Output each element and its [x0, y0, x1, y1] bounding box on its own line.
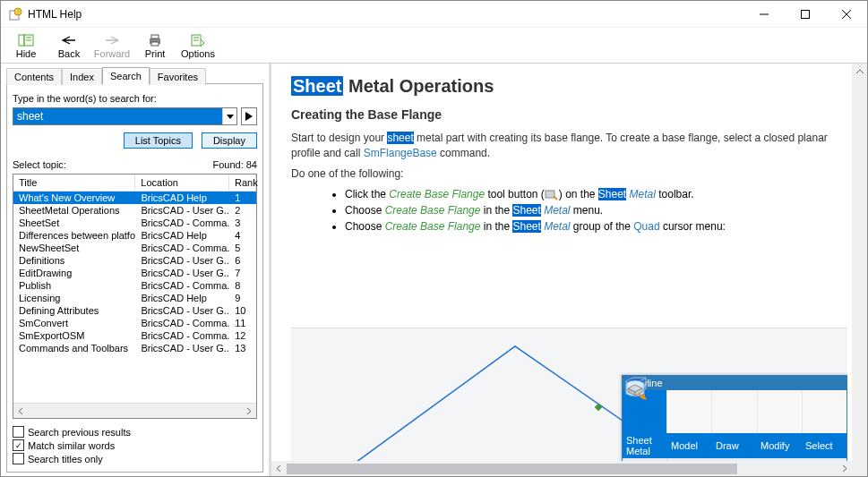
search-previous-label: Search previous results — [28, 427, 131, 438]
page-title: Sheet Metal Operations — [291, 76, 847, 97]
tool-icon — [545, 188, 559, 200]
quad-header: Polyline — [623, 376, 847, 390]
result-row[interactable]: PublishBricsCAD - Comma...8 — [13, 279, 256, 292]
search-label: Type in the word(s) to search for: — [13, 93, 257, 104]
match-similar-label: Match similar words — [28, 440, 115, 451]
toolbar: Hide Back Forward Print Options — [1, 28, 867, 64]
list-topics-button[interactable]: List Topics — [124, 132, 193, 149]
result-row[interactable]: Commands and ToolbarsBricsCAD - User G..… — [13, 342, 256, 354]
result-row[interactable]: LicensingBricsCAD Help9 — [13, 292, 256, 304]
result-row[interactable]: SmExportOSMBricsCAD - Comma...12 — [13, 329, 256, 342]
app-icon: ? — [8, 7, 22, 21]
content-pane: Sheet Metal Operations Creating the Base… — [271, 64, 867, 476]
content-hscroll[interactable] — [271, 461, 852, 476]
svg-text:?: ? — [16, 9, 20, 15]
window-title: HTML Help — [28, 8, 743, 21]
display-button[interactable]: Display — [202, 132, 257, 149]
quad-label: Select — [802, 433, 847, 458]
options-button[interactable]: Options — [176, 30, 219, 62]
result-row[interactable]: Differences between platfor...BricsCAD H… — [13, 229, 256, 242]
options-icon — [190, 32, 206, 48]
quad-label: Sheet Metal — [623, 433, 667, 458]
forward-icon — [104, 32, 120, 48]
quad-tool-select[interactable] — [803, 390, 847, 433]
result-row[interactable]: SheetSetBricsCAD - Comma...3 — [13, 217, 256, 229]
titlebar: ? HTML Help — [1, 1, 867, 28]
quad-label: Draw — [712, 433, 757, 458]
minimize-button[interactable] — [743, 1, 785, 28]
select-topic-label: Select topic: — [13, 159, 212, 170]
svg-rect-7 — [19, 35, 24, 46]
result-row[interactable]: EditDrawingBricsCAD - User G...7 — [13, 267, 256, 279]
scroll-left-icon[interactable] — [13, 404, 29, 419]
search-combo[interactable] — [13, 107, 237, 125]
result-row[interactable]: SmConvertBricsCAD - Comma...11 — [13, 317, 256, 329]
svg-rect-12 — [151, 35, 159, 38]
back-button[interactable]: Back — [47, 30, 90, 62]
list-item: Choose Create Base Flange in the Sheet M… — [345, 202, 847, 218]
tab-contents[interactable]: Contents — [6, 68, 62, 85]
titles-only-checkbox[interactable] — [13, 453, 24, 464]
quad-tool-modify[interactable] — [758, 390, 803, 433]
scroll-right-icon[interactable] — [837, 461, 852, 476]
print-icon — [147, 32, 163, 48]
scroll-up-icon[interactable] — [852, 64, 867, 79]
list-item: Choose Create Base Flange in the Sheet M… — [345, 218, 847, 234]
result-row[interactable]: DefinitionsBricsCAD - User G...6 — [13, 254, 256, 267]
result-row[interactable]: Defining AttributesBricsCAD - User G...1… — [13, 304, 256, 317]
scroll-thumb[interactable] — [287, 464, 737, 474]
hide-button[interactable]: Hide — [4, 30, 47, 62]
close-button[interactable] — [826, 1, 867, 28]
match-similar-checkbox[interactable]: ✓ — [13, 439, 24, 451]
found-count: Found: 84 — [212, 159, 257, 170]
section-heading: Creating the Base Flange — [291, 107, 847, 122]
quad-tool-draw[interactable] — [712, 390, 757, 433]
navigation-pane: Contents Index Search Favorites Type in … — [1, 64, 271, 476]
quad-label: Modify — [757, 433, 802, 458]
print-button[interactable]: Print — [133, 30, 176, 62]
list-item: Click the Create Base Flange tool button… — [345, 186, 847, 202]
scroll-corner — [852, 461, 867, 476]
diagram-area: Polyline Sheet Metal Model Draw Modify S… — [291, 328, 847, 476]
paragraph: Do one of the following: — [291, 166, 847, 182]
search-go-button[interactable] — [241, 107, 257, 125]
search-previous-checkbox[interactable] — [13, 426, 24, 438]
quad-tool-model[interactable] — [667, 390, 712, 433]
svg-rect-4 — [802, 10, 810, 18]
scroll-left-icon[interactable] — [271, 461, 287, 476]
search-input[interactable] — [13, 108, 222, 124]
back-icon — [61, 32, 77, 48]
col-location[interactable]: Location — [135, 175, 229, 191]
col-rank[interactable]: Rank — [229, 175, 256, 191]
dropdown-icon[interactable] — [222, 108, 236, 124]
result-row[interactable]: SheetMetal OperationsBricsCAD - User G..… — [13, 204, 256, 217]
svg-rect-18 — [595, 404, 602, 411]
scroll-right-icon[interactable] — [241, 404, 256, 419]
tab-favorites[interactable]: Favorites — [150, 68, 206, 85]
quad-label: Model — [667, 433, 712, 458]
result-row[interactable]: NewSheetSetBricsCAD - Comma...5 — [13, 242, 256, 254]
tab-search[interactable]: Search — [102, 67, 150, 84]
maximize-button[interactable] — [785, 1, 826, 28]
content-vscroll[interactable] — [852, 64, 867, 461]
forward-button[interactable]: Forward — [90, 30, 133, 62]
link-quad[interactable]: Quad — [633, 220, 659, 233]
results-hscroll[interactable] — [13, 403, 256, 418]
result-row[interactable]: What's New OverviewBricsCAD Help1 — [13, 192, 256, 204]
titles-only-label: Search titles only — [28, 454, 103, 464]
paragraph: Start to design your sheet metal part wi… — [291, 131, 847, 161]
col-title[interactable]: Title — [13, 175, 135, 191]
tab-index[interactable]: Index — [62, 68, 102, 85]
link-smflangebase[interactable]: SmFlangeBase — [364, 147, 437, 159]
hide-icon — [17, 32, 35, 48]
svg-rect-13 — [151, 42, 159, 46]
results-list[interactable]: Title Location Rank What's New OverviewB… — [13, 174, 257, 419]
